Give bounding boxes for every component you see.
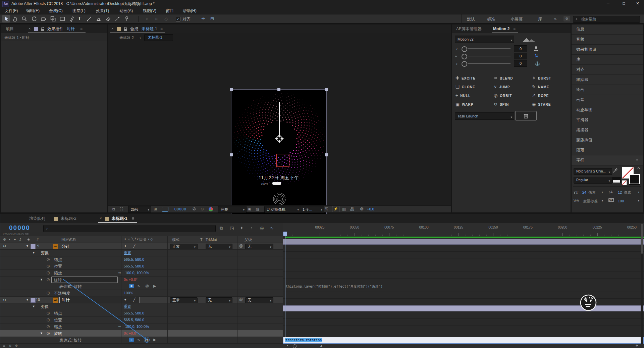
menu-view[interactable]: 视图(V): [143, 8, 156, 13]
excite-button[interactable]: ✚EXCITE: [455, 76, 476, 81]
menu-animation[interactable]: 动画(A): [119, 8, 133, 13]
bw-swatch-icon[interactable]: [612, 177, 621, 183]
collapse-switch-icon[interactable]: ✦: [124, 244, 127, 248]
stopwatch-icon[interactable]: ◷: [47, 318, 50, 321]
exposure-reset-icon[interactable]: ❂: [360, 207, 364, 211]
label-color-swatch[interactable]: [31, 244, 36, 249]
transform-group-row[interactable]: ▼ 变换 重置: [0, 303, 283, 310]
position-label[interactable]: 位置: [54, 318, 62, 322]
selection-tool[interactable]: [2, 15, 10, 22]
stare-button[interactable]: ◉STARE: [532, 102, 551, 107]
views-dropdown[interactable]: 1 个...▾: [300, 206, 324, 213]
workspace-default[interactable]: 默认: [467, 17, 475, 21]
sidebar-item-character[interactable]: 字符: [572, 155, 643, 165]
scrollbar-thumb[interactable]: [641, 223, 643, 254]
panel-menu-icon[interactable]: ≡: [132, 216, 134, 221]
expand-triangle-icon[interactable]: ▼: [26, 298, 29, 301]
orbit-button[interactable]: ◎ORBIT: [494, 93, 512, 98]
sidebar-item-brushes[interactable]: 画笔: [572, 95, 643, 105]
parent-dropdown[interactable]: 无▾: [245, 244, 273, 249]
ease-both-icon[interactable]: ›‹: [455, 54, 457, 58]
font-style-dropdown[interactable]: Regular▾: [574, 177, 612, 184]
motion-blur-toggle-icon[interactable]: ⧉: [9, 344, 11, 347]
chevron-down-icon[interactable]: ▾: [602, 191, 603, 194]
transform-group-label[interactable]: 变换: [41, 251, 49, 255]
expand-triangle-icon[interactable]: ▼: [32, 305, 35, 308]
viewer-timecode[interactable]: 00000: [174, 207, 186, 211]
task-launch-dropdown[interactable]: Task Launch▾: [455, 112, 514, 120]
menu-composition[interactable]: 合成(C): [49, 8, 63, 13]
swap-colors-icon[interactable]: ↷: [637, 167, 640, 170]
rotation-value[interactable]: 0x +0.0°: [124, 278, 138, 282]
chevron-down-icon[interactable]: ▾: [638, 200, 639, 202]
roi-icon[interactable]: [162, 207, 168, 212]
quality-switch-icon[interactable]: ╱: [133, 298, 136, 302]
expression-row[interactable]: 表达式: 旋转 = ∿ @ ▶: [0, 283, 283, 290]
position-row[interactable]: ◷ 位置 565.5, 580.0: [0, 263, 283, 270]
expression-language-icon[interactable]: ▶: [153, 284, 156, 288]
ease-out-icon[interactable]: ›: [456, 62, 458, 66]
show-snapshot-icon[interactable]: ⊙: [201, 207, 204, 211]
selection-handle[interactable]: [325, 153, 328, 156]
graph-toggle-icon[interactable]: ⚙: [15, 344, 18, 347]
expression-edit-text[interactable]: transform.rotation: [285, 338, 322, 342]
pan-behind-tool[interactable]: [50, 15, 56, 22]
frame-blending-icon[interactable]: ◔: [250, 226, 253, 230]
expression-edit-bar[interactable]: transform.rotation: [283, 337, 644, 344]
expression-graph-icon[interactable]: ∿: [137, 338, 140, 342]
clone-button[interactable]: ❏CLONE: [455, 84, 475, 89]
blend-mode-dropdown[interactable]: 正常▾: [170, 244, 198, 249]
selection-handle[interactable]: [230, 88, 233, 91]
ease-in-icon[interactable]: ‹: [456, 47, 458, 51]
vertical-scrollbar[interactable]: [641, 223, 643, 344]
menu-edit[interactable]: 编辑(E): [26, 8, 40, 13]
transparency-grid-icon[interactable]: ▨: [256, 207, 259, 211]
font-size-value[interactable]: 24: [582, 190, 586, 195]
leading-value[interactable]: 12: [618, 190, 622, 195]
name-column-header[interactable]: 图层名称: [61, 238, 76, 242]
expand-triangle-icon[interactable]: ▼: [40, 332, 43, 335]
sidebar-item-library[interactable]: 库: [572, 55, 643, 65]
position-value[interactable]: 565.5, 580.0: [124, 318, 144, 322]
anchor-point-row[interactable]: ◷ 锚点 565.5, 580.0: [0, 256, 283, 263]
sidebar-item-wiggler[interactable]: 摇摆器: [572, 125, 643, 135]
motion-blur-icon[interactable]: ◎: [260, 226, 264, 230]
anchor-icon[interactable]: ⚓: [535, 61, 540, 65]
slider-value-box[interactable]: 0: [514, 45, 527, 52]
burst-button[interactable]: ✳BURST: [532, 76, 551, 81]
eraser-tool[interactable]: [105, 15, 111, 22]
sidebar-item-mask-interpolation[interactable]: 蒙版插值: [572, 135, 643, 145]
opacity-row[interactable]: ◷ 不透明度 100%: [0, 290, 283, 297]
mini-flowchart-icon[interactable]: ⧉: [220, 226, 223, 230]
menu-file[interactable]: 文件(F): [5, 8, 18, 13]
selection-handle[interactable]: [277, 88, 280, 91]
axis-local-icon[interactable]: ⌖: [146, 16, 148, 21]
expand-triangle-icon[interactable]: ▼: [26, 245, 29, 248]
collapse-switch-icon[interactable]: ✦: [124, 298, 127, 302]
scale-row[interactable]: ◷ 缩放 ∞ 100.0, 100.0%: [0, 324, 283, 330]
composition-frame[interactable]: 11月22日 周五下午 100%: [231, 90, 326, 220]
layer-search-box[interactable]: ⌕: [43, 225, 216, 232]
hand-tool[interactable]: [11, 15, 18, 22]
snap-option1-icon[interactable]: ✛: [201, 16, 205, 21]
mountains-icon[interactable]: [522, 37, 537, 43]
reset-link[interactable]: 重置: [124, 251, 131, 255]
sidebar-item-paint[interactable]: 绘画: [572, 85, 643, 95]
menu-layer[interactable]: 图层(L): [72, 8, 86, 13]
exposure-value[interactable]: +0.0: [367, 207, 374, 211]
pen-tool[interactable]: [68, 15, 75, 22]
scale-value[interactable]: 100.0, 100.0%: [125, 325, 149, 329]
expression-pickwhip-active-icon[interactable]: @: [144, 337, 150, 343]
timeline-track-area[interactable]: 0002500050000750010000125001500017500200…: [283, 223, 644, 344]
trkmat-dropdown[interactable]: 无▾: [206, 244, 232, 249]
eye-icon[interactable]: ⊙: [3, 244, 6, 248]
current-time-indicator[interactable]: [285, 236, 285, 337]
expand-triangle-icon[interactable]: ▼: [40, 278, 43, 281]
workspace-overflow[interactable]: »: [554, 16, 556, 22]
panel-menu-icon[interactable]: ≡: [160, 27, 163, 31]
anchor-point-value[interactable]: 565.5, 580.0: [124, 311, 144, 315]
menu-help[interactable]: 帮助(H): [183, 8, 197, 13]
time-ruler[interactable]: 0002500050000750010000125001500017500200…: [283, 223, 644, 236]
expression-text[interactable]: thisComp.layer("控制器").effect("角度控制")("角度…: [286, 285, 383, 289]
layer-row-9[interactable]: ⊙ ▼ 9 Ai 分针 ✦ ╱ 正常▾ 无▾ @ 无▾: [0, 243, 283, 250]
